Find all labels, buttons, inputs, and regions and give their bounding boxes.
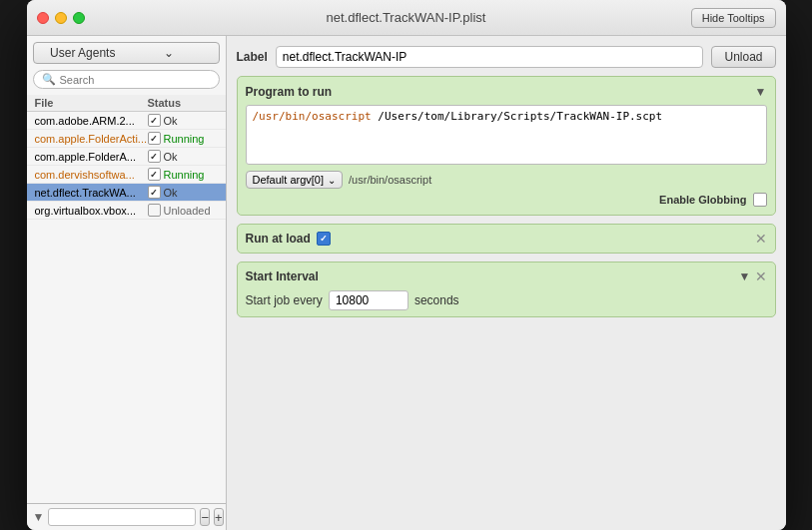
run-at-load-title: Run at load bbox=[246, 232, 311, 246]
list-item[interactable]: com.apple.FolderActi... Running bbox=[27, 130, 226, 148]
window-title: net.dflect.TrackWAN-IP.plist bbox=[327, 10, 486, 25]
file-status: Ok bbox=[148, 114, 218, 127]
program-collapse-icon[interactable]: ▼ bbox=[755, 85, 767, 99]
hide-tooltips-button[interactable]: Hide Tooltips bbox=[691, 8, 776, 28]
start-interval-controls: ▼ ✕ bbox=[739, 268, 767, 284]
start-interval-section: Start Interval ▼ ✕ Start job every secon… bbox=[237, 262, 776, 317]
file-list-header: File Status bbox=[27, 95, 226, 112]
run-at-load-section: Run at load ✕ bbox=[237, 224, 776, 254]
run-at-load-close-icon[interactable]: ✕ bbox=[755, 231, 767, 247]
file-name: com.apple.FolderActi... bbox=[35, 133, 148, 145]
column-file-header: File bbox=[35, 97, 148, 109]
footer-filter-input[interactable] bbox=[48, 508, 196, 526]
maximize-button[interactable] bbox=[73, 12, 85, 24]
file-status: Running bbox=[148, 132, 218, 145]
argv-value: /usr/bin/osascript bbox=[349, 174, 431, 186]
user-agents-arrow-icon: ⌄ bbox=[126, 46, 213, 60]
osascript-keyword: /usr/bin/osascript bbox=[253, 110, 372, 123]
main-window: net.dflect.TrackWAN-IP.plist Hide Toolti… bbox=[27, 0, 786, 530]
list-item[interactable]: com.adobe.ARM.2... Ok bbox=[27, 112, 226, 130]
enable-globbing-label: Enable Globbing bbox=[659, 194, 746, 206]
main-content: User Agents ⌄ 🔍 File Status com.adobe.AR… bbox=[27, 36, 786, 530]
list-item[interactable]: net.dflect.TrackWA... Ok bbox=[27, 184, 226, 202]
search-bar: 🔍 bbox=[33, 70, 220, 89]
enable-globbing-checkbox[interactable] bbox=[753, 193, 767, 207]
argv-selector[interactable]: Default argv[0] ⌄ bbox=[246, 171, 344, 189]
sidebar-footer: ▼ − + bbox=[27, 503, 226, 530]
sidebar: User Agents ⌄ 🔍 File Status com.adobe.AR… bbox=[27, 36, 227, 530]
run-at-load-left: Run at load bbox=[246, 232, 331, 246]
file-status: Unloaded bbox=[148, 204, 218, 217]
program-code-display: /usr/bin/osascript /Users/tom/Library/Sc… bbox=[246, 105, 767, 165]
status-checkbox[interactable] bbox=[148, 168, 161, 181]
file-name: com.adobe.ARM.2... bbox=[35, 115, 148, 127]
unload-button[interactable]: Unload bbox=[711, 46, 775, 68]
argv-label: Default argv[0] bbox=[253, 174, 325, 186]
start-interval-header: Start Interval ▼ ✕ bbox=[246, 268, 767, 284]
list-item[interactable]: com.apple.FolderA... Ok bbox=[27, 148, 226, 166]
label-input[interactable] bbox=[276, 46, 704, 68]
user-agents-selector[interactable]: User Agents ⌄ bbox=[33, 42, 220, 64]
status-checkbox[interactable] bbox=[148, 150, 161, 163]
label-field-label: Label bbox=[237, 50, 268, 64]
start-interval-close-icon[interactable]: ✕ bbox=[755, 268, 767, 284]
file-name: com.dervishsoftwa... bbox=[35, 169, 148, 181]
program-section-title: Program to run bbox=[246, 85, 333, 99]
start-interval-title: Start Interval bbox=[246, 269, 319, 283]
file-status: Ok bbox=[148, 150, 218, 163]
argv-row: Default argv[0] ⌄ /usr/bin/osascript bbox=[246, 171, 767, 189]
user-agents-label: User Agents bbox=[40, 46, 127, 60]
start-interval-row: Start job every seconds bbox=[246, 290, 767, 310]
traffic-lights bbox=[37, 12, 85, 24]
label-row: Label Unload bbox=[237, 46, 776, 68]
argv-arrow-icon: ⌄ bbox=[328, 175, 336, 186]
add-button[interactable]: + bbox=[214, 508, 224, 526]
interval-input[interactable] bbox=[329, 290, 408, 310]
start-interval-collapse-icon[interactable]: ▼ bbox=[739, 269, 751, 283]
status-checkbox[interactable] bbox=[148, 114, 161, 127]
file-status: Ok bbox=[148, 186, 218, 199]
minimize-button[interactable] bbox=[55, 12, 67, 24]
file-name: org.virtualbox.vbox... bbox=[35, 205, 148, 217]
column-status-header: Status bbox=[148, 97, 218, 109]
remove-button[interactable]: − bbox=[200, 508, 210, 526]
search-icon: 🔍 bbox=[42, 73, 56, 86]
enable-globbing-row: Enable Globbing bbox=[246, 193, 767, 207]
status-checkbox[interactable] bbox=[148, 204, 161, 217]
program-path: /Users/tom/Library/Scripts/TrackWAN-IP.s… bbox=[372, 110, 662, 123]
search-input[interactable] bbox=[60, 74, 211, 86]
program-section-header: Program to run ▼ bbox=[246, 85, 767, 99]
file-list: com.adobe.ARM.2... Ok com.apple.FolderAc… bbox=[27, 112, 226, 503]
list-item[interactable]: org.virtualbox.vbox... Unloaded bbox=[27, 202, 226, 220]
file-name: com.apple.FolderA... bbox=[35, 151, 148, 163]
status-checkbox[interactable] bbox=[148, 132, 161, 145]
filter-icon: ▼ bbox=[33, 510, 45, 524]
interval-unit: seconds bbox=[414, 293, 459, 307]
start-interval-label: Start job every bbox=[246, 293, 323, 307]
program-section: Program to run ▼ /usr/bin/osascript /Use… bbox=[237, 76, 776, 216]
right-panel: Label Unload Program to run ▼ /usr/bin/o… bbox=[227, 36, 786, 530]
run-at-load-checkbox[interactable] bbox=[317, 232, 331, 246]
file-name: net.dflect.TrackWA... bbox=[35, 187, 148, 199]
list-item[interactable]: com.dervishsoftwa... Running bbox=[27, 166, 226, 184]
file-status: Running bbox=[148, 168, 218, 181]
titlebar: net.dflect.TrackWAN-IP.plist Hide Toolti… bbox=[27, 0, 786, 36]
close-button[interactable] bbox=[37, 12, 49, 24]
status-checkbox[interactable] bbox=[148, 186, 161, 199]
